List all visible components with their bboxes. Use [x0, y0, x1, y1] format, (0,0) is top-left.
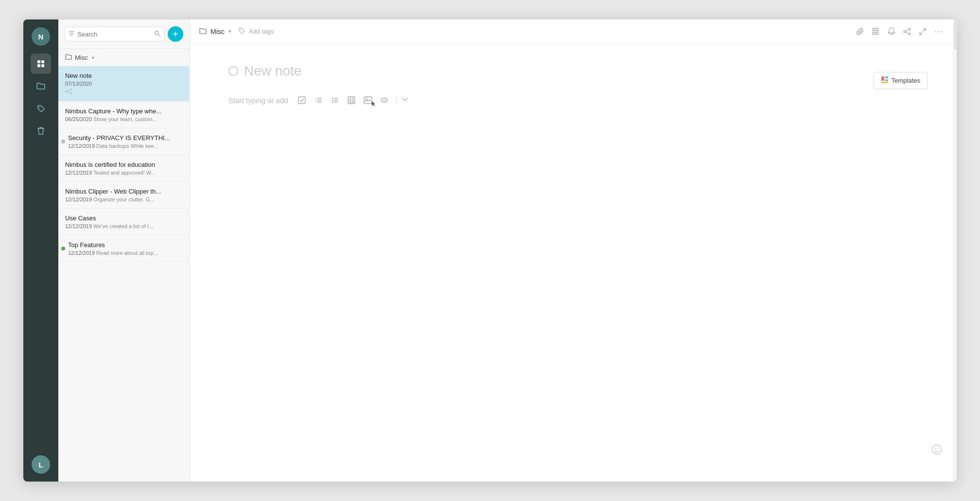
note-title-6: Use Cases: [65, 215, 182, 222]
note-item-1[interactable]: New note 07/13/2020: [58, 66, 189, 102]
svg-rect-10: [873, 28, 875, 31]
svg-point-23: [332, 102, 332, 103]
svg-point-9: [240, 29, 241, 30]
notifications-button[interactable]: [888, 27, 895, 36]
add-note-button[interactable]: +: [168, 26, 183, 42]
note-meta-7: 12/12/2019 Read more about all top...: [68, 250, 182, 256]
top-avatar[interactable]: N: [32, 27, 50, 46]
table-tool[interactable]: [345, 94, 358, 106]
svg-point-8: [70, 93, 72, 94]
svg-point-6: [66, 91, 67, 92]
svg-rect-25: [364, 97, 372, 104]
note-meta-6: 12/12/2019 We've created a list of t...: [65, 223, 182, 229]
folder-chevron-icon: ▾: [92, 55, 94, 60]
note-meta-3: 12/12/2019 Data backups While kee...: [68, 143, 182, 149]
templates-label: Templates: [892, 77, 920, 84]
svg-point-4: [39, 107, 40, 107]
folder-header: Misc ▾: [58, 49, 189, 66]
note-status-circle: [228, 66, 238, 76]
more-button[interactable]: ···: [934, 26, 943, 36]
nav-trash-icon[interactable]: [31, 121, 51, 141]
folder-name: Misc: [75, 54, 88, 61]
note-dot-3: [61, 140, 65, 143]
note-meta-5: 12/12/2019 Organize your clutter. G...: [65, 197, 182, 202]
svg-rect-13: [876, 32, 878, 35]
svg-point-22: [332, 100, 332, 101]
svg-rect-3: [41, 64, 44, 67]
note-title-4: Nimbus is certified for education: [65, 161, 182, 168]
svg-rect-30: [881, 82, 888, 83]
svg-point-32: [935, 448, 936, 449]
svg-rect-27: [881, 76, 884, 81]
expand-button[interactable]: [919, 28, 927, 36]
note-meta-2: 06/25/2020 Show your team, custom...: [65, 116, 182, 122]
notes-list: New note 07/13/2020 Nimbus Capture - Why…: [58, 66, 189, 482]
svg-point-5: [155, 31, 159, 35]
checkbox-tool[interactable]: [295, 94, 309, 106]
note-title-7: Top Features: [68, 241, 182, 249]
icon-nav: N L: [23, 19, 58, 482]
svg-rect-11: [876, 28, 878, 31]
note-item-2[interactable]: Nimbus Capture - Why type whe... 06/25/2…: [58, 102, 189, 128]
ordered-list-tool[interactable]: 1 2 3: [312, 94, 325, 106]
bottom-avatar[interactable]: L: [32, 455, 50, 474]
search-box[interactable]: [64, 27, 165, 41]
svg-rect-12: [873, 32, 875, 35]
editor-expand-tool[interactable]: [402, 97, 408, 104]
note-item-4[interactable]: Nimbus is certified for education 12/12/…: [58, 155, 189, 182]
svg-rect-17: [298, 97, 305, 104]
note-title-5: Nimbus Clipper - Web Clipper th...: [65, 188, 182, 195]
emoji-button[interactable]: [931, 444, 942, 457]
share-button[interactable]: [903, 28, 911, 36]
editor-divider: [396, 95, 397, 105]
svg-rect-1: [41, 60, 44, 63]
templates-button[interactable]: Templates: [874, 72, 928, 89]
attachment-button[interactable]: [857, 28, 864, 36]
toolbar-folder-name: Misc: [210, 28, 225, 36]
svg-point-31: [932, 445, 942, 454]
svg-rect-2: [37, 64, 40, 67]
svg-point-21: [332, 98, 332, 99]
svg-point-33: [938, 448, 939, 449]
note-title-area: New note: [228, 63, 914, 79]
svg-rect-28: [885, 76, 888, 78]
note-meta-4: 12/12/2019 Tested and approved! W...: [65, 170, 182, 176]
note-dot-7: [61, 247, 65, 250]
svg-point-26: [366, 98, 368, 100]
unordered-list-tool[interactable]: [328, 94, 342, 106]
note-item-3[interactable]: Security - PRIVACY IS EVERYTHI... 12/12/…: [58, 128, 189, 155]
main-toolbar: Misc ▾ Add tags: [190, 19, 953, 44]
toolbar-tag-icon: [238, 27, 245, 36]
note-editor[interactable]: New note Start typing or add 1 2 3: [190, 44, 953, 482]
add-tags-label[interactable]: Add tags: [249, 28, 274, 35]
sidebar-header: +: [58, 19, 189, 49]
svg-point-16: [909, 33, 910, 35]
note-meta-1: 07/13/2020: [65, 81, 182, 87]
toolbar-folder-icon: [199, 28, 207, 36]
svg-point-15: [909, 28, 910, 30]
image-tool[interactable]: [361, 94, 375, 106]
right-scrollbar: [953, 19, 957, 482]
svg-point-7: [70, 89, 72, 90]
note-title-display: New note: [244, 63, 301, 79]
note-item-6[interactable]: Use Cases 12/12/2019 We've created a lis…: [58, 209, 189, 235]
note-title-3: Security - PRIVACY IS EVERYTHI...: [68, 134, 182, 142]
svg-rect-0: [37, 60, 40, 63]
link-tool[interactable]: [378, 94, 391, 106]
nav-grid-icon[interactable]: [31, 54, 51, 74]
editor-toolbar: Start typing or add 1 2 3: [228, 90, 914, 110]
filter-icon: [69, 31, 74, 37]
svg-rect-29: [885, 79, 888, 81]
nav-tag-icon[interactable]: [31, 98, 51, 119]
sidebar: + Misc ▾ New note 07/13/2020: [58, 19, 190, 482]
share-icon-1: [65, 89, 182, 95]
note-title-1: New note: [65, 72, 182, 79]
toolbar-right: ···: [857, 26, 943, 36]
note-item-7[interactable]: Top Features 12/12/2019 Read more about …: [58, 235, 189, 262]
main-content: Misc ▾ Add tags: [190, 19, 953, 482]
nav-folder-icon[interactable]: [31, 76, 51, 96]
svg-rect-24: [348, 97, 355, 104]
grid-view-button[interactable]: [872, 28, 880, 36]
note-item-5[interactable]: Nimbus Clipper - Web Clipper th... 12/12…: [58, 182, 189, 209]
search-input[interactable]: [77, 31, 152, 38]
